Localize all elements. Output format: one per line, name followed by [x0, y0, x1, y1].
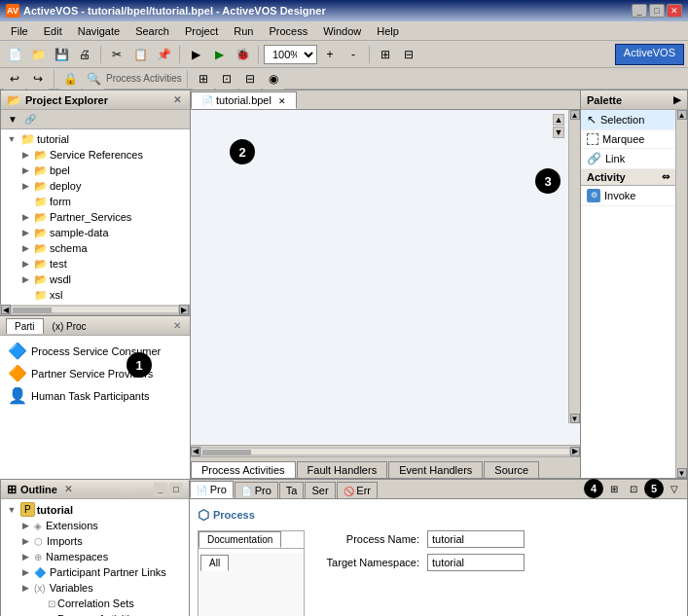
hscroll-left[interactable]: ◀ [191, 447, 200, 456]
menu-file[interactable]: File [4, 23, 35, 39]
outline-close-x[interactable]: ✕ [61, 483, 75, 495]
view-button[interactable]: ◉ [263, 68, 284, 90]
test-expander[interactable]: ▶ [18, 257, 32, 271]
target-ns-input[interactable] [427, 554, 525, 571]
props-tab-ser[interactable]: Ser [305, 482, 335, 498]
zoom-in-button[interactable]: + [319, 44, 341, 65]
parti-tab[interactable]: Parti [6, 318, 44, 334]
canvas-hscroll-track[interactable] [200, 448, 570, 455]
props-btn1[interactable]: ⊞ [605, 480, 623, 497]
scroll-left-button[interactable]: ◀ [1, 305, 11, 314]
snap-button[interactable]: ⊡ [216, 68, 237, 90]
palette-menu[interactable]: ▶ [673, 94, 681, 105]
horiz-scroll-thumb[interactable] [13, 308, 52, 313]
vscroll-down[interactable]: ▼ [570, 414, 580, 423]
bpel-expander[interactable]: ▶ [18, 163, 32, 177]
paste-button[interactable]: 📌 [153, 44, 174, 65]
wsdl-expander[interactable]: ▶ [18, 272, 32, 286]
canvas-zoom-out[interactable]: ▼ [553, 127, 564, 138]
tree-schema[interactable]: ▶ 📂 schema [17, 240, 188, 256]
new-button[interactable]: 📄 [4, 44, 25, 65]
tree-service-refs[interactable]: ▶ 📂 Service References [17, 147, 188, 163]
project-explorer-close[interactable]: ✕ [170, 93, 184, 106]
editor-tab-tutorial[interactable]: 📄 tutorial.bpel ✕ [191, 91, 297, 109]
canvas[interactable]: 2 ▲ ▼ ▲ ▼ 3 [191, 110, 580, 445]
fitpage-button[interactable]: ⊟ [239, 68, 261, 90]
run-button[interactable]: ▶ [208, 44, 230, 65]
tree-test[interactable]: ▶ 📂 test [17, 256, 188, 272]
menu-run[interactable]: Run [227, 23, 260, 39]
pal-scroll-up[interactable]: ▲ [677, 110, 687, 120]
scroll-right-button[interactable]: ▶ [179, 305, 189, 314]
print-button[interactable]: 🖨 [74, 44, 95, 65]
canvas-zoom-in[interactable]: ▲ [553, 114, 564, 126]
tree-bpel[interactable]: ▶ 📂 bpel [17, 163, 188, 178]
props-tab-ta[interactable]: Ta [279, 482, 305, 498]
outline-corr-sets[interactable]: ⊡ Correlation Sets [30, 596, 187, 611]
zoom-select[interactable]: 100% 75% 150% [264, 45, 317, 64]
canvas-hscroll[interactable]: ◀ ▶ [191, 445, 580, 456]
close-button[interactable]: ✕ [667, 4, 682, 18]
search-button[interactable]: 🔍 [83, 68, 104, 90]
collapse-all-button[interactable]: ▼ [5, 112, 20, 127]
redo-button[interactable]: ↪ [27, 68, 49, 90]
outline-namespaces[interactable]: ▶ ⊕ Namespaces [17, 549, 187, 564]
props-btn3[interactable]: ▽ [666, 480, 683, 497]
outline-variables[interactable]: ▶ (x) Variables [17, 580, 187, 596]
vscroll-up[interactable]: ▲ [570, 110, 580, 120]
canvas-vscroll[interactable]: ▲ ▼ [568, 110, 580, 423]
props-tab-err[interactable]: 🚫 Err [337, 482, 378, 498]
copy-button[interactable]: 📋 [129, 44, 151, 65]
palette-link[interactable]: 🔗 Link [581, 149, 675, 169]
outline-partner-links[interactable]: ▶ 🔷 Participant Partner Links [17, 564, 187, 580]
outline-min[interactable]: _ [154, 483, 167, 496]
tab-fault-handlers[interactable]: Fault Handlers [297, 461, 388, 478]
window-controls[interactable]: _ □ ✕ [632, 4, 682, 18]
palette-invoke[interactable]: ⚙ Invoke [581, 186, 675, 206]
tree-root[interactable]: ▼ 📁 tutorial [3, 131, 188, 147]
zoom-out-button[interactable]: - [343, 44, 364, 65]
minimize-button[interactable]: _ [632, 4, 647, 18]
menu-window[interactable]: Window [316, 23, 368, 39]
outline-root[interactable]: ▼ P tutorial [3, 501, 187, 518]
svc-expander[interactable]: ▶ [18, 148, 32, 162]
horiz-scroll-track[interactable] [11, 306, 179, 313]
outline-imports[interactable]: ▶ ⬡ Imports [17, 533, 187, 549]
outline-root-exp[interactable]: ▼ [5, 503, 18, 517]
all-tab[interactable]: All [200, 555, 229, 571]
layout-button[interactable]: ⊟ [398, 44, 419, 65]
sample-expander[interactable]: ▶ [18, 226, 32, 239]
form-expander[interactable] [18, 195, 32, 208]
tree-sample[interactable]: ▶ 📂 sample-data [17, 225, 188, 240]
menu-project[interactable]: Project [178, 23, 225, 39]
cut-button[interactable]: ✂ [106, 44, 127, 65]
outline-max[interactable]: □ [169, 483, 183, 496]
activevos-button[interactable]: ActiveVOS [615, 44, 684, 65]
tree-partner[interactable]: ▶ 📂 Partner_Services [17, 209, 188, 225]
align-button[interactable]: ⊞ [375, 44, 396, 65]
grid-button[interactable]: ⊞ [193, 68, 214, 90]
menu-process[interactable]: Process [262, 23, 314, 39]
participant-providers[interactable]: 🔶 Partner Service Providers [4, 362, 186, 384]
root-expander[interactable]: ▼ [5, 132, 18, 146]
pal-scroll-down[interactable]: ▼ [677, 468, 687, 478]
deploy-button[interactable]: ▶ [185, 44, 206, 65]
outline-extensions[interactable]: ▶ ◈ Extensions [17, 518, 187, 533]
xsl-expander[interactable] [18, 288, 32, 302]
menu-help[interactable]: Help [370, 23, 406, 39]
tree-form[interactable]: 📁 form [17, 194, 188, 209]
tab-event-handlers[interactable]: Event Handlers [388, 461, 483, 478]
palette-vscroll[interactable]: ▲ ▼ [675, 110, 687, 478]
palette-marquee[interactable]: Marquee [581, 130, 675, 149]
outline-proc-activities[interactable]: ⊡ Process Activities [30, 611, 187, 616]
participant-human-task[interactable]: 👤 Human Task Participants [4, 384, 186, 407]
activity-expand[interactable]: ⇔ [662, 171, 670, 182]
tree-wsdl[interactable]: ▶ 📂 wsdl [17, 272, 188, 287]
maximize-button[interactable]: □ [649, 4, 665, 18]
deploy-expander[interactable]: ▶ [18, 179, 32, 193]
link-editor-button[interactable]: 🔗 [22, 112, 38, 127]
save-button[interactable]: 💾 [51, 44, 72, 65]
hscroll-right[interactable]: ▶ [570, 447, 580, 456]
partner-expander[interactable]: ▶ [18, 210, 32, 224]
doc-tab[interactable]: Documentation [199, 531, 281, 548]
